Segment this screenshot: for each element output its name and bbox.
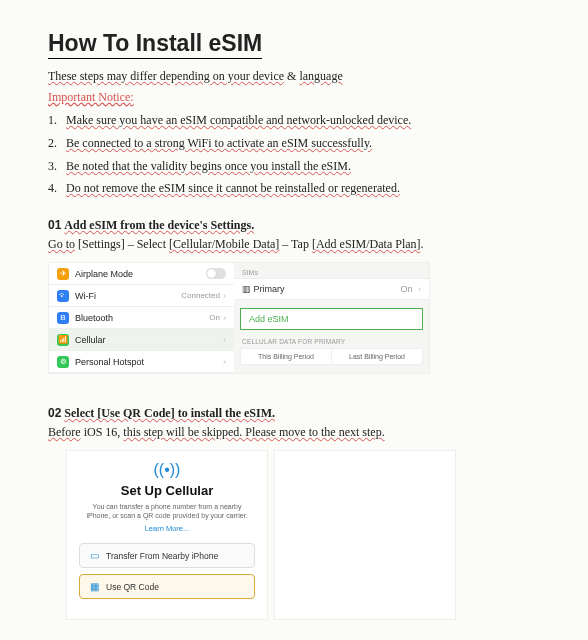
settings-screenshot: ✈ Airplane Mode ᯤ Wi-Fi Connected› B Blu… bbox=[48, 262, 430, 374]
setup-heading: Set Up Cellular bbox=[77, 483, 257, 498]
setup-cellular-panel: ((•)) Set Up Cellular You can transfer a… bbox=[66, 450, 268, 620]
step1-heading: 01 Add eSIM from the device's Settings. bbox=[48, 218, 540, 233]
phone-icon: ▭ bbox=[88, 550, 100, 561]
option-transfer[interactable]: ▭ Transfer From Nearby iPhone bbox=[79, 543, 255, 568]
step1-sub: Go to [Settings] – Select [Cellular/Mobi… bbox=[48, 237, 540, 252]
add-esim-button[interactable]: Add eSIM bbox=[240, 308, 423, 330]
step2-sub: Before iOS 16, this step will be skipped… bbox=[48, 425, 540, 440]
row-hotspot[interactable]: ⊚ Personal Hotspot › bbox=[49, 351, 234, 373]
row-cellular[interactable]: 📶 Cellular › bbox=[49, 329, 234, 351]
important-notice-label: Important Notice: bbox=[48, 90, 540, 105]
sims-label: SIMs bbox=[234, 267, 429, 278]
qr-icon: ▦ bbox=[88, 581, 100, 592]
chevron-right-icon: › bbox=[223, 357, 226, 367]
intro-line: These steps may differ depending on your… bbox=[48, 69, 540, 84]
billing-segmented[interactable]: This Billing Period Last Billing Period bbox=[240, 348, 423, 365]
notice-3: Be noted that the validity begins once y… bbox=[66, 155, 351, 178]
intro-text-pre: These steps may differ depending on your… bbox=[48, 69, 284, 83]
settings-right-pane: SIMs ▥ Primary On › Add eSIM CELLULAR DA… bbox=[234, 263, 429, 373]
page-title: How To Install eSIM bbox=[48, 30, 262, 59]
cellular-icon: 📶 bbox=[57, 334, 69, 346]
notice-1: Make sure you have an eSIM compatible an… bbox=[66, 109, 411, 132]
option-use-qr[interactable]: ▦ Use QR Code bbox=[79, 574, 255, 599]
cell-data-label: CELLULAR DATA FOR PRIMARY bbox=[234, 338, 429, 348]
setup-screenshot: ((•)) Set Up Cellular You can transfer a… bbox=[66, 450, 540, 620]
intro-text-post: language bbox=[299, 69, 342, 83]
bluetooth-icon: B bbox=[57, 312, 69, 324]
chevron-right-icon: › bbox=[223, 335, 226, 345]
intro-amp: & bbox=[284, 69, 299, 83]
wifi-icon: ᯤ bbox=[57, 290, 69, 302]
primary-row[interactable]: ▥ Primary On › bbox=[234, 278, 429, 300]
notice-list: 1.Make sure you have an eSIM compatible … bbox=[48, 109, 540, 200]
bill-this[interactable]: This Billing Period bbox=[241, 349, 332, 364]
notice-2: Be connected to a strong WiFi to activat… bbox=[66, 132, 372, 155]
hotspot-icon: ⊚ bbox=[57, 356, 69, 368]
step2-heading: 02 Select [Use QR Code] to install the e… bbox=[48, 406, 540, 421]
bill-last[interactable]: Last Billing Period bbox=[332, 349, 422, 364]
row-wifi[interactable]: ᯤ Wi-Fi Connected› bbox=[49, 285, 234, 307]
setup-body: You can transfer a phone number from a n… bbox=[83, 502, 251, 520]
learn-more-link[interactable]: Learn More... bbox=[77, 524, 257, 533]
blank-panel bbox=[274, 450, 456, 620]
chevron-right-icon: › bbox=[223, 313, 226, 323]
notice-4: Do not remove the eSIM since it cannot b… bbox=[66, 177, 400, 200]
airplane-toggle[interactable] bbox=[206, 268, 226, 279]
settings-left-pane: ✈ Airplane Mode ᯤ Wi-Fi Connected› B Blu… bbox=[49, 263, 234, 373]
airplane-icon: ✈ bbox=[57, 268, 69, 280]
chevron-right-icon: › bbox=[223, 291, 226, 301]
antenna-icon: ((•)) bbox=[77, 461, 257, 479]
chevron-right-icon: › bbox=[418, 284, 421, 294]
row-bluetooth[interactable]: B Bluetooth On› bbox=[49, 307, 234, 329]
row-airplane[interactable]: ✈ Airplane Mode bbox=[49, 263, 234, 285]
